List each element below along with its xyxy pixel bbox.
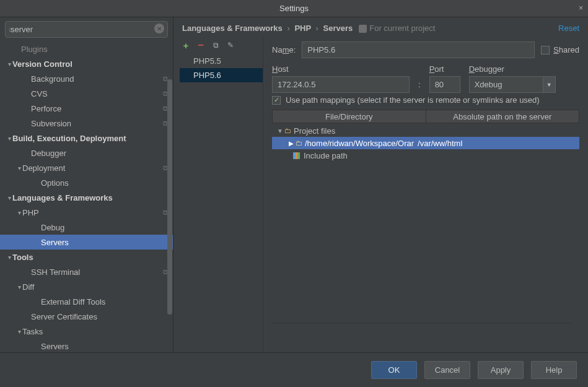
help-button[interactable]: Help: [531, 361, 577, 379]
debugger-value: Xdebug: [475, 80, 502, 89]
sidebar-item-label: Plugins: [21, 45, 168, 54]
ok-button[interactable]: OK: [371, 361, 417, 379]
sidebar-item-label: SSH Terminal: [31, 267, 163, 277]
host-port-separator: :: [418, 80, 421, 93]
port-input[interactable]: [429, 76, 460, 93]
sidebar-item[interactable]: Servers: [0, 339, 173, 352]
sidebar-item[interactable]: Debug: [0, 220, 173, 235]
caret-icon: ▾: [16, 284, 22, 290]
sidebar-item-label: Servers: [41, 342, 168, 351]
scroll-thumb[interactable]: [167, 79, 172, 315]
debugger-label: Debugger: [469, 64, 556, 74]
tree-row-project-files[interactable]: ▼ 🗀 Project files: [272, 124, 579, 137]
sidebar-item[interactable]: ▾Languages & Frameworks: [0, 190, 173, 205]
sidebar-item-label: Options: [41, 178, 168, 188]
port-label: Port: [429, 64, 460, 74]
sidebar-item[interactable]: Debugger: [0, 146, 173, 160]
sidebar-item-label: Debug: [41, 223, 168, 232]
sidebar-item-label: Tasks: [22, 327, 168, 336]
shared-label: Shared: [553, 45, 579, 54]
caret-icon: ▾: [16, 209, 22, 216]
path-mappings-checkbox[interactable]: [272, 96, 281, 105]
host-label: Host: [272, 64, 410, 74]
apply-button[interactable]: Apply: [478, 361, 524, 379]
tree-row-mapping[interactable]: ▶ 🗀 /home/ridwan/Workspace/Orar /var/ww/…: [272, 137, 579, 149]
tree-label: Project files: [294, 126, 335, 136]
search-icon: ⌕: [9, 24, 14, 33]
sidebar-item[interactable]: CVS⧉: [0, 86, 173, 101]
path-mappings-label: Use path mappings (select if the server …: [286, 95, 540, 105]
sidebar-item-label: PHP: [22, 208, 163, 217]
breadcrumb-part[interactable]: Languages & Frameworks: [182, 24, 283, 33]
server-toolbar: + − ⧉ ✎: [180, 39, 263, 54]
breadcrumb-part[interactable]: PHP: [294, 24, 311, 33]
name-input[interactable]: [302, 41, 535, 58]
reset-link[interactable]: Reset: [558, 24, 579, 33]
sidebar-item-label: Version Control: [12, 59, 168, 69]
server-list[interactable]: PHP5.5PHP5.6: [180, 54, 263, 82]
sidebar-item[interactable]: Subversion⧉: [0, 116, 173, 131]
window-title: Settings: [279, 4, 309, 13]
titlebar: Settings ×: [0, 0, 588, 17]
col-file-directory: File/Directory: [273, 110, 426, 123]
include-path-icon: [293, 152, 300, 159]
breadcrumb-part: Servers: [323, 24, 353, 33]
caret-icon: ▾: [16, 165, 22, 172]
sidebar-item[interactable]: ▾Tasks: [0, 324, 173, 339]
tree-remote-path: /var/ww/html: [418, 139, 462, 148]
sidebar-item-label: Tools: [12, 253, 168, 262]
host-input[interactable]: [272, 76, 410, 93]
tree-local-path: /home/ridwan/Workspace/Orar: [305, 139, 414, 148]
sidebar-item[interactable]: Plugins: [0, 41, 173, 56]
sidebar-item[interactable]: Background⧉: [0, 71, 173, 86]
sidebar-item-label: Subversion: [31, 119, 163, 128]
sidebar-item[interactable]: ▾Version Control: [0, 56, 173, 71]
sidebar-item[interactable]: ▾Diff: [0, 279, 173, 294]
sidebar-item[interactable]: External Diff Tools: [0, 294, 173, 309]
sidebar-item[interactable]: Perforce⧉: [0, 101, 173, 116]
sidebar-item-label: CVS: [31, 89, 163, 98]
sidebar-item-label: Perforce: [31, 104, 163, 113]
sidebar-item[interactable]: Options: [0, 175, 173, 190]
sidebar-item[interactable]: Server Certificates: [0, 309, 173, 324]
server-list-item[interactable]: PHP5.6: [180, 68, 263, 82]
edit-icon[interactable]: ✎: [226, 40, 235, 50]
sidebar-item[interactable]: SSH Terminal⧉: [0, 264, 173, 279]
sidebar-item-label: Debugger: [31, 149, 168, 158]
folder-icon: 🗀: [284, 127, 291, 134]
shared-checkbox[interactable]: [541, 46, 550, 54]
settings-sidebar: ⌕ ✕ Plugins▾Version ControlBackground⧉CV…: [0, 17, 173, 352]
sidebar-item[interactable]: ▾Deployment⧉: [0, 160, 173, 175]
remove-icon[interactable]: −: [196, 40, 206, 50]
cancel-button[interactable]: Cancel: [424, 361, 470, 379]
sidebar-scrollbar[interactable]: [167, 42, 173, 352]
copy-icon[interactable]: ⧉: [211, 40, 221, 50]
sidebar-item-label: Servers: [41, 238, 168, 247]
chevron-down-icon[interactable]: ▼: [543, 77, 555, 92]
clear-search-icon[interactable]: ✕: [154, 24, 164, 33]
caret-right-icon[interactable]: ▶: [287, 140, 296, 147]
sidebar-item-label: Languages & Frameworks: [12, 193, 168, 202]
sidebar-item[interactable]: ▾Build, Execution, Deployment: [0, 131, 173, 146]
server-list-item[interactable]: PHP5.5: [180, 54, 263, 68]
col-absolute-path: Absolute path on the server: [426, 110, 579, 123]
mapping-tree[interactable]: ▼ 🗀 Project files ▶ 🗀 /home/ridwan/Works…: [272, 123, 579, 162]
dialog-footer: OK Cancel Apply Help: [0, 352, 588, 387]
sidebar-item-label: Build, Execution, Deployment: [12, 134, 168, 143]
caret-icon: ▾: [6, 135, 12, 142]
sidebar-item[interactable]: ▾Tools: [0, 250, 173, 264]
search-input[interactable]: [5, 21, 168, 38]
sidebar-item-label: Background: [31, 74, 163, 84]
add-icon[interactable]: +: [181, 40, 191, 50]
sidebar-item[interactable]: ▾PHP⧉: [0, 205, 173, 220]
debugger-select[interactable]: Xdebug ▼: [469, 76, 556, 93]
sidebar-item[interactable]: Servers: [0, 235, 173, 250]
caret-icon: ▾: [6, 254, 12, 261]
tree-row-include-path[interactable]: Include path: [272, 149, 579, 162]
settings-tree[interactable]: Plugins▾Version ControlBackground⧉CVS⧉Pe…: [0, 41, 173, 352]
mapping-table-header: File/Directory Absolute path on the serv…: [272, 110, 579, 123]
folder-icon: 🗀: [296, 139, 302, 147]
close-icon[interactable]: ×: [579, 4, 583, 12]
caret-down-icon[interactable]: ▼: [276, 128, 284, 134]
name-label: Name:: [272, 45, 296, 54]
